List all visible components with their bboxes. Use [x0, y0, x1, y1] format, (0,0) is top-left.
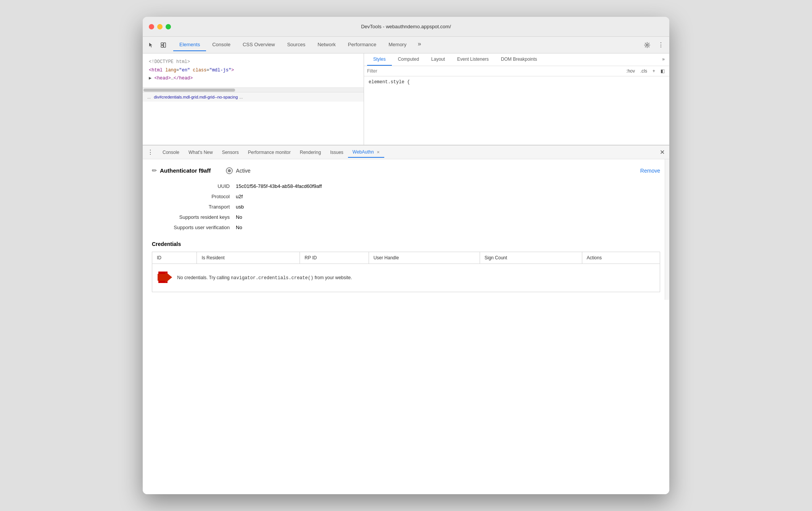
credentials-section: Credentials ID Is Resident RP ID User Ha… [152, 241, 660, 292]
active-radio[interactable] [226, 167, 233, 174]
transport-row: Transport usb [152, 204, 660, 210]
close-webauthn-tab[interactable]: ✕ [377, 150, 380, 154]
bottom-drawer: ⋮ Console What's New Sensors Performance… [143, 145, 669, 494]
element-style-rule: element.style { [369, 79, 410, 85]
styles-code: element.style { [364, 76, 669, 88]
uuid-value: 15c01f56-785f-43b4-ab58-4facd60f9aff [236, 183, 322, 189]
webauthn-content: ✏ Authenticator f9aff Active Remove [143, 159, 669, 300]
drawer-tab-issues[interactable]: Issues [325, 147, 348, 157]
authenticator-header: ✏ Authenticator f9aff Active Remove [152, 167, 660, 174]
no-credentials-row: No credentials. Try calling navigator.cr… [152, 264, 660, 292]
tab-sources[interactable]: Sources [281, 39, 311, 51]
tab-dom-breakpoints[interactable]: DOM Breakpoints [495, 53, 543, 66]
vertical-scrollbar[interactable] [665, 159, 669, 300]
more-options-icon[interactable]: ⋮ [656, 40, 666, 50]
drawer-tab-whats-new[interactable]: What's New [184, 147, 218, 157]
resident-keys-row: Supports resident keys No [152, 214, 660, 220]
credentials-table: ID Is Resident RP ID User Handle Sign Co… [152, 252, 660, 292]
drawer-tab-rendering[interactable]: Rendering [295, 147, 325, 157]
transport-value: usb [236, 204, 244, 210]
transport-label: Transport [152, 204, 236, 210]
drawer-tab-webauthn[interactable]: WebAuthn ✕ [348, 147, 384, 158]
col-sign-count: Sign Count [480, 252, 582, 264]
toggle-sidebar-icon[interactable]: ◧ [659, 68, 666, 74]
no-credentials-text-prefix: No credentials. Try calling [177, 275, 231, 280]
no-credentials-message: No credentials. Try calling navigator.cr… [152, 264, 660, 292]
edit-icon[interactable]: ✏ [152, 167, 157, 174]
head-collapsed-line: ▶ <head>…</head> [149, 74, 358, 83]
credentials-title: Credentials [152, 241, 660, 247]
remove-link[interactable]: Remove [640, 168, 660, 174]
drawer-more-btn[interactable]: ⋮ [146, 148, 155, 157]
horizontal-scrollbar[interactable] [143, 87, 364, 92]
window-title: DevTools - webauthndemo.appspot.com/ [361, 24, 451, 29]
main-tab-bar: Elements Console CSS Overview Sources Ne… [143, 37, 669, 53]
devtools-window: DevTools - webauthndemo.appspot.com/ Ele… [143, 17, 669, 494]
cls-filter-button[interactable]: .cls [639, 68, 649, 74]
uuid-label: UUID [152, 183, 236, 189]
breadcrumb-prefix: ... [147, 95, 151, 99]
settings-icon[interactable] [642, 40, 652, 50]
scrollbar-thumb [143, 89, 235, 92]
no-credentials-code: navigator.credentials.create() [231, 275, 313, 281]
tab-network[interactable]: Network [311, 39, 342, 51]
tab-bar-right: ⋮ [642, 40, 666, 50]
tab-event-listeners[interactable]: Event Listeners [451, 53, 495, 66]
filter-actions: :hov .cls + ◧ [625, 68, 666, 74]
html-tag-line: <html lang="en" class="mdl-js"> [149, 66, 358, 75]
tab-memory[interactable]: Memory [382, 39, 412, 51]
minimize-button[interactable] [157, 24, 163, 29]
resident-keys-label: Supports resident keys [152, 214, 236, 220]
radio-inner [228, 169, 231, 172]
col-rp-id: RP ID [300, 252, 369, 264]
styles-more-btn[interactable]: » [661, 53, 666, 66]
add-style-button[interactable]: + [651, 68, 657, 74]
drawer-close-button[interactable]: ✕ [658, 147, 666, 157]
uuid-row: UUID 15c01f56-785f-43b4-ab58-4facd60f9af… [152, 183, 660, 189]
tab-elements[interactable]: Elements [173, 39, 206, 51]
styles-panel: Styles Computed Layout Event Listeners D… [364, 53, 669, 145]
window-controls [149, 24, 171, 29]
tab-performance[interactable]: Performance [342, 39, 382, 51]
cursor-icon[interactable] [146, 40, 156, 50]
tab-computed[interactable]: Computed [392, 53, 425, 66]
svg-rect-0 [161, 43, 163, 45]
breadcrumb-text[interactable]: div#credentials.mdl-grid.mdl-grid--no-sp… [154, 95, 238, 99]
tab-styles[interactable]: Styles [367, 53, 392, 66]
svg-point-3 [646, 44, 648, 46]
col-is-resident: Is Resident [197, 252, 300, 264]
close-button[interactable] [149, 24, 154, 29]
inspect-icon[interactable] [158, 40, 169, 50]
protocol-label: Protocol [152, 194, 236, 199]
html-editor: <!DOCTYPE html> <html lang="en" class="m… [143, 53, 364, 87]
webauthn-panel: ✏ Authenticator f9aff Active Remove [143, 159, 669, 300]
drawer-tab-console[interactable]: Console [158, 147, 184, 157]
drawer-tabs: ⋮ Console What's New Sensors Performance… [143, 146, 669, 159]
credentials-header-row: ID Is Resident RP ID User Handle Sign Co… [152, 252, 660, 264]
svg-rect-2 [164, 43, 166, 47]
drawer-tab-sensors[interactable]: Sensors [218, 147, 243, 157]
nav-icons [146, 40, 169, 50]
user-verification-label: Supports user verification [152, 225, 236, 230]
red-arrow-icon [157, 270, 174, 285]
col-actions: Actions [582, 252, 660, 264]
more-tabs-button[interactable]: » [414, 39, 425, 49]
tab-css-overview[interactable]: CSS Overview [237, 39, 281, 51]
tab-console[interactable]: Console [206, 39, 237, 51]
hov-filter-button[interactable]: :hov [625, 68, 636, 74]
svg-rect-1 [161, 45, 163, 47]
active-badge: Active [226, 167, 250, 174]
tab-layout[interactable]: Layout [425, 53, 451, 66]
authenticator-name: Authenticator f9aff [160, 167, 211, 174]
breadcrumb: ... div#credentials.mdl-grid.mdl-grid--n… [143, 92, 364, 102]
drawer-tab-perf-monitor[interactable]: Performance monitor [243, 147, 295, 157]
col-user-handle: User Handle [369, 252, 480, 264]
col-id: ID [152, 252, 197, 264]
html-editor-panel: <!DOCTYPE html> <html lang="en" class="m… [143, 53, 364, 145]
protocol-value: u2f [236, 194, 243, 199]
resident-keys-value: No [236, 214, 242, 220]
maximize-button[interactable] [166, 24, 171, 29]
main-tabs: Elements Console CSS Overview Sources Ne… [173, 39, 642, 51]
user-verification-value: No [236, 225, 242, 230]
filter-input[interactable] [367, 68, 622, 74]
